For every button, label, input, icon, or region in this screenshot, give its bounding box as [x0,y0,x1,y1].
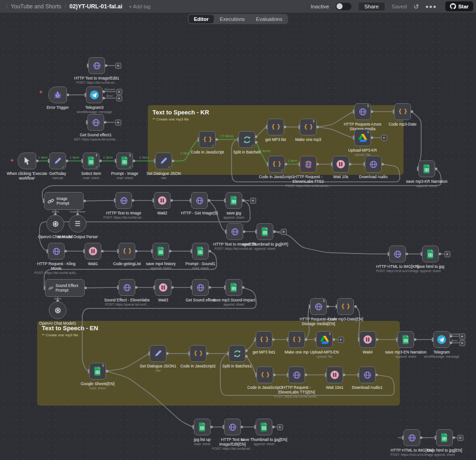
code-mp3-date-en-node[interactable]: { } [337,298,354,315]
http-request-elevenlabs-tts2-node[interactable] [300,156,317,173]
openai-chat-model1-node[interactable] [49,301,66,319]
add-node-endpoint[interactable]: + [381,135,387,141]
save-html-to-jpg-node[interactable] [422,246,439,262]
http-request-elevenlabs-tts-en-node[interactable] [288,367,305,383]
tab-evaluations[interactable]: Evaluations [251,15,288,23]
telegram3-node[interactable] [86,87,103,103]
activate-toggle[interactable] [336,3,351,10]
select-item-node[interactable]: 1✓ [83,153,99,169]
save-thumbnail-to-jpg-en-node[interactable] [256,419,272,435]
jpg-list-up-node[interactable] [194,419,211,435]
get-today-node[interactable]: ✓ [49,153,66,169]
http-request-azure-storage-media-en-node[interactable]: 1 [310,298,327,315]
make-one-mp-node[interactable]: { } [288,331,305,348]
add-node-endpoint[interactable]: + [281,229,287,235]
add-node-endpoint[interactable]: + [444,251,450,257]
edge [86,287,118,288]
http-text-to-image-edit-en-node[interactable] [224,419,241,435]
google-sheets-en-node[interactable]: 1 [89,363,106,380]
more-menu-icon[interactable]: ●●● [425,3,437,10]
save-mp3-sound-impact-node[interactable] [225,279,242,296]
wait3-node[interactable] [155,279,172,296]
get-mp3-list1-node[interactable]: { } [256,331,272,348]
add-node-endpoint[interactable]: + [457,435,463,441]
code-in-javascript1-node[interactable]: { }✓ [268,156,285,173]
tab-editor[interactable]: Editor [189,15,214,23]
save-mp3-en-narration-node[interactable] [397,331,414,348]
output-connector-dot [410,110,413,113]
http-html-to-img-en-node[interactable] [403,429,420,446]
upload-mp3-en-node[interactable]: 1 [316,331,333,348]
code-in-javascript2-node[interactable]: { } [190,345,206,362]
download-audio-node[interactable] [365,156,382,173]
add-node-endpoint[interactable]: + [459,333,465,340]
telegram-node[interactable] [433,331,450,348]
wait2-node[interactable] [154,192,171,209]
share-button[interactable]: Share [358,2,385,11]
http-request-kling-movie-node[interactable] [48,243,65,260]
save-mp4-history-node[interactable] [152,243,169,260]
sound-effect-prompt-node[interactable]: Sound Effect Prompt [45,279,85,297]
code-in-javascript3-node[interactable]: { } [257,367,273,383]
when-clicking-execute-workflow-node[interactable] [18,153,36,169]
download-audio1-node[interactable] [359,367,376,383]
get-sound-effect-node[interactable] [192,279,209,296]
add-node-endpoint[interactable]: + [338,337,344,343]
add-node-endpoint[interactable]: + [116,95,122,101]
wait1-node[interactable] [85,243,101,260]
add-node-endpoint[interactable]: + [115,63,121,69]
http-text-to-image-edit-node[interactable] [226,223,243,240]
workflow-canvas[interactable]: Text to Speech - KR ** Create one mp3 fi… [0,0,476,460]
node-subtitle: POST: https://queue.fal.run/f... [103,303,151,307]
wait-10s-node[interactable] [332,156,349,173]
save-html-to-jpg-en-node[interactable] [436,429,453,446]
save-mp3-kr-narration-node[interactable] [418,160,435,177]
tab-executions[interactable]: Executions [215,15,250,23]
wait-10s1-node[interactable] [326,367,343,383]
code-in-javascript-node[interactable]: { }✓ [199,131,216,148]
code-getinglist-node[interactable]: { } [119,243,135,260]
http-text-to-image-node[interactable] [115,192,132,209]
upload-mp3-kr-node[interactable]: 1 [354,129,371,146]
breadcrumb-project[interactable]: YouTube and Shorts [11,3,61,10]
items-count-badge: 1 [329,332,331,336]
trigger-plus-icon[interactable]: + [39,89,43,95]
set-dialogue-json1-node[interactable] [150,345,166,362]
code-mp3-date-node[interactable]: { } [394,103,411,120]
history-icon[interactable]: ↺ [413,3,419,10]
google-sheets-icon [427,249,434,259]
get-sound-effect1-node[interactable] [87,114,104,131]
save-thumbnail-to-jpg-kr-node[interactable] [257,223,273,240]
add-node-endpoint[interactable]: + [115,120,121,126]
add-node-endpoint[interactable]: + [459,340,465,346]
error-trigger-node[interactable] [48,87,67,103]
http-html-to-img-kr-node[interactable] [389,246,406,262]
item-list-output-parser-node[interactable]: ☰ [69,215,86,233]
prompt-image-node[interactable]: 1✓ [116,153,133,169]
items-count-badge: 1 [129,153,131,157]
edge [256,127,266,137]
http-text-to-image-edit1-node[interactable] [88,57,105,74]
image-prompt-node[interactable]: Image Prompt [44,192,84,210]
output-connector-dot [132,160,135,162]
workflow-title[interactable]: 02)YT-URL-01-fal.ai [69,3,122,10]
trigger-plus-icon[interactable]: + [10,157,14,163]
output-connector-dot [135,286,138,289]
set-dialogue-json-node[interactable]: ✓ [155,153,172,169]
http-get-image5-node[interactable] [191,192,208,209]
success-check-icon: ✓ [128,165,132,169]
prompt-sound1-node[interactable] [192,243,209,260]
code-braces-icon: { } [398,108,407,115]
sound-effect-elevenlabs-node[interactable] [119,279,135,296]
add-tag-button[interactable]: + Add tag [129,4,151,9]
save-jpg-node[interactable] [225,192,242,209]
add-node-endpoint[interactable]: + [116,89,122,95]
make-one-mp3-node[interactable]: { }1 [300,119,317,135]
add-node-endpoint[interactable]: + [277,424,283,430]
http-request-azure-storage-media-node[interactable]: 1 [354,103,371,120]
get-mp3-list-node[interactable]: { } [267,119,284,135]
github-star-button[interactable]: Star [445,1,473,11]
add-node-endpoint[interactable]: + [250,198,256,204]
openai-chat-model-node[interactable] [46,215,64,233]
wait4-node[interactable] [359,331,376,348]
